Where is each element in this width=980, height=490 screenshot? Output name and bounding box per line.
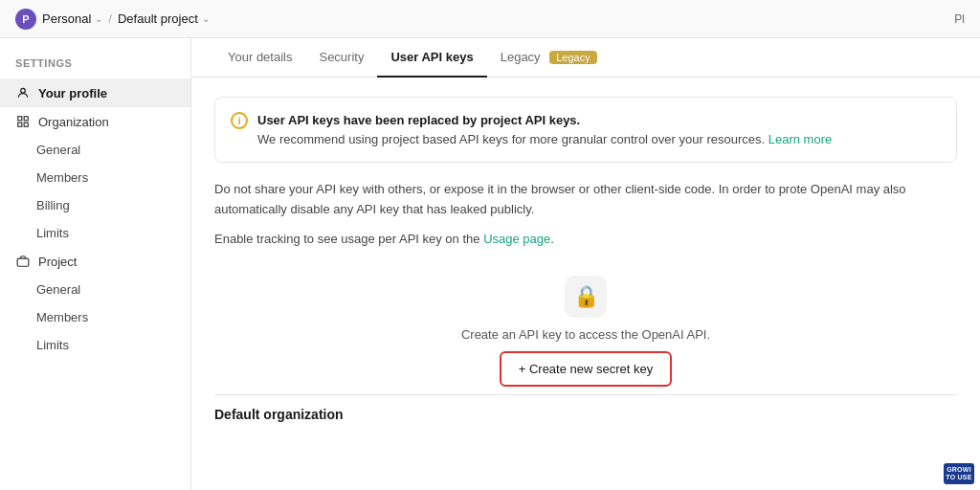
sidebar-item-org-general[interactable]: General [0,136,190,164]
tab-legacy[interactable]: Legacy Legacy [487,38,611,78]
svg-rect-5 [17,258,29,266]
workspace-avatar: P [15,9,36,30]
section-divider [214,394,957,395]
breadcrumb-separator: / [108,11,112,26]
svg-rect-4 [24,122,28,126]
content-area: i User API keys have been replaced by pr… [191,78,980,447]
sidebar: SETTINGS Your profile Organization Gener… [0,38,191,490]
sidebar-group-project[interactable]: Project [0,247,190,276]
notice-icon: i [231,112,248,129]
body-paragraph-1: Do not share your API key with others, o… [214,180,957,220]
project-chevron-icon: ⌄ [202,13,210,24]
sidebar-item-your-profile[interactable]: Your profile [0,78,190,107]
svg-rect-1 [18,117,22,121]
api-empty-text: Create an API key to access the OpenAI A… [461,327,710,342]
topbar-right: Pl [954,12,965,26]
sidebar-item-org-members[interactable]: Members [0,164,190,191]
sidebar-item-org-limits[interactable]: Limits [0,219,190,247]
sidebar-item-project-limits[interactable]: Limits [0,331,190,359]
workspace-chevron-icon: ⌄ [95,13,102,24]
project-selector[interactable]: Default project ⌄ [118,11,210,26]
legacy-badge: Legacy [549,51,596,64]
svg-rect-2 [24,117,28,121]
notice-body: We recommend using project based API key… [257,132,765,146]
sidebar-item-project-members[interactable]: Members [0,303,190,331]
user-icon [15,85,31,100]
default-org-header: Default organization [214,407,957,428]
workspace-selector[interactable]: Personal ⌄ [42,11,102,26]
tab-user-api-keys[interactable]: User API keys [377,38,486,78]
main-layout: SETTINGS Your profile Organization Gener… [0,38,980,490]
sidebar-item-org-billing[interactable]: Billing [0,191,190,219]
watermark: GROWITO USE [944,463,974,484]
notice-title: User API keys have been replaced by proj… [257,113,580,127]
tab-your-details[interactable]: Your details [214,38,305,78]
sidebar-item-project-general[interactable]: General [0,276,190,303]
tabs-bar: Your details Security User API keys Lega… [191,38,980,78]
settings-section-title: SETTINGS [0,57,190,78]
main-content: Your details Security User API keys Lega… [191,38,980,490]
api-key-empty-state: 🔒 Create an API key to access the OpenAI… [214,276,957,387]
topbar: P Personal ⌄ / Default project ⌄ Pl [0,0,980,38]
lock-icon: 🔒 [565,276,607,318]
svg-point-0 [21,88,26,93]
sidebar-group-organization[interactable]: Organization [0,107,190,136]
notice-learn-more-link[interactable]: Learn more [768,132,832,146]
create-new-secret-key-button[interactable]: + Create new secret key [500,351,673,387]
notice-box: i User API keys have been replaced by pr… [214,97,957,163]
project-icon [15,254,31,269]
body-paragraph-2: Enable tracking to see usage per API key… [214,230,957,250]
org-icon [15,114,31,129]
usage-page-link[interactable]: Usage page [483,232,550,246]
svg-rect-3 [18,122,22,126]
tab-security[interactable]: Security [305,38,377,78]
notice-text: User API keys have been replaced by proj… [257,111,832,148]
